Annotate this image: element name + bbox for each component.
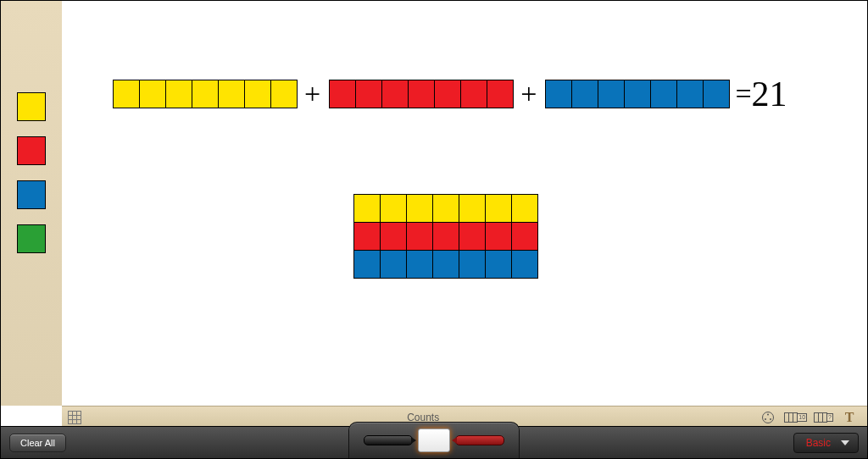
unit-cell (406, 222, 433, 251)
equation-result: 21 (752, 74, 787, 114)
stacked-strips[interactable] (353, 194, 538, 279)
black-pen[interactable] (364, 435, 413, 445)
unit-cell (485, 194, 512, 223)
unit-cell (511, 250, 538, 279)
plus-sign: + (304, 78, 320, 110)
unit-cell (381, 80, 409, 108)
unit-cell (624, 80, 651, 108)
text-tool-icon[interactable]: T (840, 411, 859, 424)
unit-cell (485, 250, 512, 279)
clear-all-button[interactable]: Clear All (9, 434, 66, 452)
equals-sign: = (735, 78, 751, 110)
unit-cell (192, 80, 219, 108)
plus-sign: + (520, 78, 537, 110)
unit-cell (432, 250, 459, 279)
stack-strip-0[interactable] (353, 194, 538, 223)
unit-cell (485, 222, 512, 251)
unit-cell (165, 80, 192, 108)
unit-cell (406, 250, 433, 279)
unit-cell (408, 80, 435, 108)
unit-cell (650, 80, 677, 108)
palette-sidebar (1, 1, 63, 406)
equation-strip-0[interactable] (113, 80, 298, 108)
equation-row: ++=21 (113, 74, 787, 114)
palette-swatch-yellow[interactable] (17, 92, 46, 121)
question-strip-icon[interactable]: ? (814, 411, 833, 424)
unit-cell (511, 222, 538, 251)
unit-cell (380, 250, 407, 279)
mode-label: Basic (806, 437, 831, 449)
count-strip-icon[interactable]: 10 (784, 411, 807, 424)
svg-point-1 (767, 414, 769, 416)
chevron-down-icon (841, 440, 849, 445)
unit-cell (676, 80, 704, 108)
unit-cell (139, 80, 166, 108)
unit-cell (329, 80, 356, 108)
unit-cell (460, 80, 487, 108)
stack-strip-1[interactable] (353, 222, 538, 251)
svg-point-2 (765, 418, 766, 420)
unit-cell (355, 80, 382, 108)
palette-swatch-green[interactable] (17, 224, 46, 253)
unit-cell (545, 80, 572, 108)
unit-cell (487, 80, 514, 108)
palette-swatch-blue[interactable] (17, 180, 46, 209)
unit-cell (353, 194, 381, 223)
svg-point-3 (770, 418, 771, 420)
unit-cell (432, 194, 459, 223)
equation-strip-2[interactable] (545, 80, 730, 108)
mode-selector[interactable]: Basic (793, 433, 859, 453)
app-window: ++=21 Counts 10 ? T Clear All Basic (0, 0, 868, 459)
svg-point-0 (763, 412, 774, 423)
unit-cell (432, 222, 459, 251)
unit-cell (459, 194, 486, 223)
unit-cell (434, 80, 461, 108)
whiteboard-canvas[interactable]: ++=21 (62, 1, 867, 406)
unit-cell (598, 80, 625, 108)
unit-cell (113, 80, 140, 108)
unit-cell (406, 194, 433, 223)
unit-cell (218, 80, 245, 108)
unit-cell (571, 80, 598, 108)
unit-cell (380, 222, 407, 251)
pen-tray (348, 422, 520, 458)
unit-cell (244, 80, 271, 108)
red-pen[interactable] (455, 435, 504, 445)
equation-strip-1[interactable] (329, 80, 514, 108)
unit-cell (353, 250, 381, 279)
unit-cell (353, 222, 381, 251)
unit-cell (380, 194, 407, 223)
unit-cell (459, 250, 486, 279)
palette-swatch-red[interactable] (17, 136, 46, 165)
unit-cell (459, 222, 486, 251)
stack-strip-2[interactable] (353, 250, 538, 279)
unit-cell (511, 194, 538, 223)
unit-cell (270, 80, 298, 108)
unit-cell (703, 80, 730, 108)
share-icon[interactable] (759, 411, 777, 424)
eraser-tool[interactable] (418, 429, 450, 452)
status-right-tools: 10 ? T (759, 411, 867, 424)
grid-icon[interactable] (68, 411, 81, 424)
